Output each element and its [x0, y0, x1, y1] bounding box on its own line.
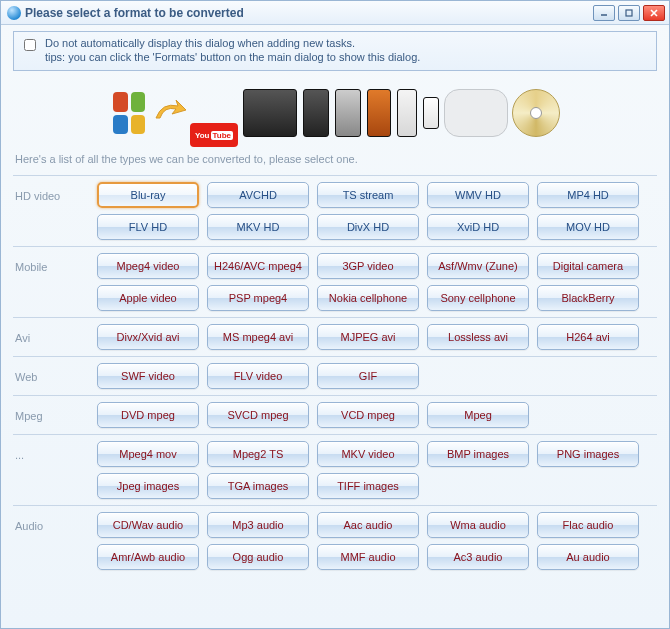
window-controls [593, 5, 665, 21]
format-button-grid: Mpeg4 videoH246/AVC mpeg43GP videoAsf/Wm… [97, 253, 657, 311]
format-button[interactable]: TGA images [207, 473, 309, 499]
maximize-button[interactable] [618, 5, 640, 21]
format-button[interactable]: XviD HD [427, 214, 529, 240]
format-button-grid: CD/Wav audioMp3 audioAac audioWma audioF… [97, 512, 657, 570]
format-button[interactable]: Lossless avi [427, 324, 529, 350]
format-button[interactable]: Blu-ray [97, 182, 199, 208]
format-button[interactable]: Aac audio [317, 512, 419, 538]
minimize-button[interactable] [593, 5, 615, 21]
format-button[interactable]: WMV HD [427, 182, 529, 208]
dialog-content: Do not automatically display this dialog… [1, 25, 669, 628]
format-button-grid: DVD mpegSVCD mpegVCD mpegMpeg [97, 402, 657, 428]
format-button[interactable]: Flac audio [537, 512, 639, 538]
svg-rect-1 [626, 10, 632, 16]
format-button[interactable]: MKV HD [207, 214, 309, 240]
format-button[interactable]: TIFF images [317, 473, 419, 499]
category-row-other: ...Mpeg4 movMpeg2 TSMKV videoBMP imagesP… [13, 434, 657, 505]
format-button[interactable]: Ogg audio [207, 544, 309, 570]
category-label: HD video [13, 182, 97, 202]
category-label: Avi [13, 324, 97, 344]
category-label: ... [13, 441, 97, 461]
office-icon [110, 89, 148, 137]
titlebar: Please select a format to be converted [1, 1, 669, 25]
format-button[interactable]: Mp3 audio [207, 512, 309, 538]
auto-display-notice: Do not automatically display this dialog… [13, 31, 657, 71]
ipod-icon [397, 89, 417, 137]
format-button[interactable]: Mpeg [427, 402, 529, 428]
format-button[interactable]: MS mpeg4 avi [207, 324, 309, 350]
format-button[interactable]: Apple video [97, 285, 199, 311]
category-row-audio: AudioCD/Wav audioMp3 audioAac audioWma a… [13, 505, 657, 576]
category-row-hd: HD videoBlu-rayAVCHDTS streamWMV HDMP4 H… [13, 175, 657, 246]
format-button[interactable]: SVCD mpeg [207, 402, 309, 428]
format-button[interactable]: Jpeg images [97, 473, 199, 499]
format-illustration: YouTube [13, 79, 657, 147]
format-button[interactable]: SWF video [97, 363, 199, 389]
format-button[interactable]: Nokia cellphone [317, 285, 419, 311]
format-button-grid: Mpeg4 movMpeg2 TSMKV videoBMP imagesPNG … [97, 441, 657, 499]
disc-icon [512, 89, 560, 137]
notice-text: Do not automatically display this dialog… [45, 36, 420, 64]
format-button[interactable]: VCD mpeg [317, 402, 419, 428]
category-row-web: WebSWF videoFLV videoGIF [13, 356, 657, 395]
psp-icon [243, 89, 297, 137]
youtube-icon: YouTube [190, 123, 238, 147]
format-button[interactable]: MJPEG avi [317, 324, 419, 350]
category-row-avi: AviDivx/Xvid aviMS mpeg4 aviMJPEG aviLos… [13, 317, 657, 356]
category-row-mobile: MobileMpeg4 videoH246/AVC mpeg43GP video… [13, 246, 657, 317]
format-button-grid: Divx/Xvid aviMS mpeg4 aviMJPEG aviLossle… [97, 324, 657, 350]
format-button[interactable]: MP4 HD [537, 182, 639, 208]
format-button[interactable]: Mpeg2 TS [207, 441, 309, 467]
format-button[interactable]: H264 avi [537, 324, 639, 350]
category-label: Mpeg [13, 402, 97, 422]
format-button[interactable]: Mpeg4 video [97, 253, 199, 279]
format-button[interactable]: Ac3 audio [427, 544, 529, 570]
format-button[interactable]: PSP mpeg4 [207, 285, 309, 311]
format-button[interactable]: FLV video [207, 363, 309, 389]
format-button[interactable]: CD/Wav audio [97, 512, 199, 538]
format-button[interactable]: Au audio [537, 544, 639, 570]
format-button[interactable]: Asf/Wmv (Zune) [427, 253, 529, 279]
walkman-icon [367, 89, 391, 137]
category-label: Mobile [13, 253, 97, 273]
category-label: Web [13, 363, 97, 383]
intro-text: Here's a list of all the types we can be… [15, 153, 657, 165]
format-button[interactable]: PNG images [537, 441, 639, 467]
format-button-grid: Blu-rayAVCHDTS streamWMV HDMP4 HDFLV HDM… [97, 182, 657, 240]
ipod-nano-icon [423, 97, 439, 129]
format-button[interactable]: GIF [317, 363, 419, 389]
format-button[interactable]: 3GP video [317, 253, 419, 279]
format-button[interactable]: DVD mpeg [97, 402, 199, 428]
notice-line2: tips: you can click the 'Formats' button… [45, 50, 420, 64]
auto-display-checkbox[interactable] [24, 39, 36, 51]
format-button[interactable]: AVCHD [207, 182, 309, 208]
format-button[interactable]: Wma audio [427, 512, 529, 538]
format-button[interactable]: Divx/Xvid avi [97, 324, 199, 350]
phone-silver-icon [335, 89, 361, 137]
notice-line1: Do not automatically display this dialog… [45, 36, 420, 50]
category-label: Audio [13, 512, 97, 532]
format-categories: HD videoBlu-rayAVCHDTS streamWMV HDMP4 H… [13, 175, 657, 576]
format-button[interactable]: H246/AVC mpeg4 [207, 253, 309, 279]
format-button[interactable]: Sony cellphone [427, 285, 529, 311]
format-button[interactable]: MOV HD [537, 214, 639, 240]
format-button[interactable]: Digital camera [537, 253, 639, 279]
close-button[interactable] [643, 5, 665, 21]
format-button[interactable]: MKV video [317, 441, 419, 467]
format-button[interactable]: BMP images [427, 441, 529, 467]
arrow-icon [152, 96, 186, 130]
format-button[interactable]: DivX HD [317, 214, 419, 240]
category-row-mpeg: MpegDVD mpegSVCD mpegVCD mpegMpeg [13, 395, 657, 434]
app-icon [7, 6, 21, 20]
format-button-grid: SWF videoFLV videoGIF [97, 363, 657, 389]
format-button[interactable]: BlackBerry [537, 285, 639, 311]
appletv-icon [444, 89, 508, 137]
format-button[interactable]: FLV HD [97, 214, 199, 240]
dialog-window: Please select a format to be converted D… [0, 0, 670, 629]
format-button[interactable]: Mpeg4 mov [97, 441, 199, 467]
phone-icon [303, 89, 329, 137]
window-title: Please select a format to be converted [25, 6, 593, 20]
format-button[interactable]: MMF audio [317, 544, 419, 570]
format-button[interactable]: Amr/Awb audio [97, 544, 199, 570]
format-button[interactable]: TS stream [317, 182, 419, 208]
